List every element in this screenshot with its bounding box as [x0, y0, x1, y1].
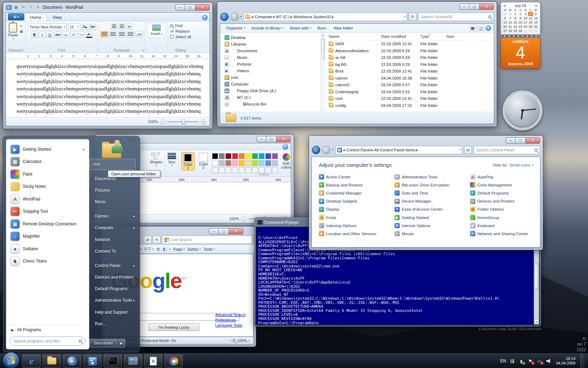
windows-update-icon[interactable] [509, 358, 515, 364]
close-button[interactable]: ✕ [195, 4, 210, 11]
file-row[interactable]: CodeIntegrity 03.04.2009 0:15 File folde… [325, 88, 494, 95]
palette-color[interactable] [245, 153, 251, 159]
control-panel-item[interactable]: ◉ Location and Other Sensors [319, 230, 394, 238]
calendar-date-cell[interactable]: 29 [513, 29, 518, 33]
control-panel-item[interactable]: ⌂ HomeGroup [470, 213, 540, 222]
taskbar-paint[interactable] [164, 354, 183, 368]
start-menu-item[interactable]: Music [92, 196, 138, 207]
safely-remove-hardware-icon[interactable]: ▮✓ [518, 358, 524, 364]
start-menu-item[interactable]: Control Panel ▸ [92, 260, 138, 271]
superscript-button[interactable]: x² [70, 32, 77, 38]
text-color-button[interactable]: A▾ [86, 32, 92, 38]
calendar-date-cell[interactable]: 15 [513, 20, 518, 25]
palette-color[interactable] [219, 153, 225, 159]
align-left-button[interactable] [100, 31, 108, 38]
file-row[interactable]: com 22.03.2009 12:41 File folder [325, 95, 494, 102]
calendar-date-cell[interactable]: 25 [528, 25, 533, 29]
save-icon[interactable]: ▦ [13, 5, 19, 10]
start-menu-item[interactable]: Administrative Tools ▸ [92, 295, 138, 306]
minimize-button[interactable]: ─ [257, 136, 266, 142]
palette-color[interactable] [245, 160, 251, 166]
zoom-in-button[interactable]: + [201, 119, 206, 124]
replace-button[interactable]: abReplace [170, 29, 189, 33]
calendar-date-cell[interactable]: 17 [523, 20, 528, 25]
start-menu-item[interactable]: Computer ▸ [92, 222, 138, 234]
preview-pane-icon[interactable]: ◫ [478, 25, 484, 31]
minimize-button[interactable]: ─ [175, 4, 185, 11]
align-right-button[interactable] [118, 31, 126, 38]
address-dropdown-icon[interactable]: ▾ [404, 15, 405, 18]
control-panel-item[interactable]: ⚙ Administrative Tools [394, 173, 470, 181]
calendar-date-cell[interactable]: 7 [508, 16, 513, 20]
calendar-date-cell[interactable]: 2 [518, 12, 523, 16]
calendar-date-cell[interactable]: 16 [518, 20, 523, 25]
shut-down-options-icon[interactable]: ▶ [118, 339, 125, 347]
maximize-button[interactable]: ▢ [516, 137, 525, 144]
close-button[interactable]: ✕ [525, 137, 540, 144]
italic-button[interactable]: I [39, 32, 46, 38]
history-dropdown-icon[interactable]: ▾ [332, 149, 334, 151]
start-menu-item[interactable]: Network [92, 234, 138, 245]
back-button[interactable]: ← [220, 13, 229, 21]
grow-font-button[interactable]: A▴ [82, 24, 88, 30]
control-panel-item[interactable]: ♦ BitLocker Drive Encryption [394, 181, 470, 189]
tab-view[interactable]: View [47, 14, 67, 21]
calendar-date-cell[interactable]: 4 [528, 12, 533, 16]
toolbar-button[interactable]: Share with▾ [286, 25, 314, 31]
insert-image-button[interactable]: Insert ▾ [147, 23, 166, 38]
calendar-date-cell[interactable]: 6 [503, 16, 508, 20]
calendar-date-cell[interactable]: 10 [523, 16, 528, 20]
zoom-slider-thumb[interactable] [182, 120, 185, 124]
calendar-date-cell[interactable]: 31 [508, 12, 513, 16]
control-panel-item[interactable]: Color Management [470, 181, 540, 189]
calendar-date-cell[interactable]: 3 [523, 12, 528, 16]
zoom-dropdown-icon[interactable]: ▾ [248, 339, 250, 342]
start-menu-item[interactable]: Default Programs [92, 283, 138, 295]
control-panel-item[interactable]: ⚒ Device Manager [394, 197, 470, 205]
minimize-button[interactable]: ─ [506, 137, 516, 144]
control-panel-item[interactable]: ♿ Ease of Access Center [394, 205, 470, 213]
calendar-date-cell[interactable]: 3 [533, 29, 538, 33]
palette-color[interactable] [212, 160, 218, 166]
show-desktop-button[interactable] [581, 354, 584, 368]
column-header-date[interactable]: Date modified [378, 33, 417, 40]
palette-color[interactable] [219, 160, 225, 166]
control-panel-item[interactable]: ▭ Display [319, 205, 394, 213]
control-panel-item[interactable]: ▦ Folder Options [470, 205, 540, 213]
calendar-date-cell[interactable]: 27 [503, 29, 508, 33]
toolbar-button[interactable]: Burn [314, 25, 330, 31]
all-programs-button[interactable]: ▶ All Programs [8, 325, 87, 334]
file-row[interactable]: Boot 22.03.2009 12:41 File folder [325, 68, 494, 75]
paste-button[interactable]: Paste▾ [8, 23, 18, 40]
breadcrumb-windows[interactable]: Windows [293, 15, 310, 19]
calendar-date-cell[interactable]: 5 [533, 12, 538, 16]
tree-item[interactable]: ▭ Computer [220, 81, 320, 88]
start-menu-program[interactable]: ▣ Remote Desktop Connection [8, 218, 87, 230]
bold-button[interactable]: B [31, 32, 38, 38]
calendar-date-cell[interactable]: 13 [503, 20, 508, 25]
ie-zoom-level[interactable]: 100% [237, 339, 247, 343]
tree-item[interactable]: ⊞ W7 (C:) [220, 94, 320, 101]
column-header-size[interactable]: Size [443, 33, 464, 40]
calendar-date-cell[interactable]: 20 [503, 25, 508, 29]
calendar-date-cell[interactable]: 28 [508, 29, 513, 33]
file-row[interactable]: config 04.04.2009 17:33 File folder [325, 102, 494, 109]
control-panel-item[interactable]: ▦ Keyboard [470, 222, 540, 230]
toolbar-button[interactable]: Include in library▾ [248, 25, 286, 31]
document-text[interactable]: qwertyuiopasdfghjklzxcvbnmqwertyuiopasdf… [6, 59, 210, 117]
palette-color[interactable] [239, 153, 245, 159]
control-panel-item[interactable]: ⊞ Network and Sharing Center [470, 230, 540, 238]
taskbar-clock[interactable]: 18:14 04.04.2009 [556, 356, 575, 366]
network-status-icon[interactable]: ▭✕ [537, 358, 542, 364]
palette-color[interactable] [212, 153, 218, 159]
underline-button[interactable]: U [47, 32, 53, 38]
select-all-button[interactable]: Select all [170, 35, 191, 39]
feeds-icon[interactable]: ▦ [156, 247, 160, 251]
paragraph-dialog-launcher-icon[interactable]: ⇲ [142, 49, 144, 52]
tree-item[interactable]: ▬ Floppy Disk Drive (A:) [220, 88, 320, 94]
quick-access-dropdown-icon[interactable]: ▾ [35, 5, 41, 10]
calendar-prev-icon[interactable]: ◀ [503, 4, 505, 7]
zoom-out-button[interactable]: − [160, 119, 165, 124]
safety-menu[interactable]: Safety▾ [187, 247, 201, 251]
palette-color[interactable] [272, 160, 278, 166]
